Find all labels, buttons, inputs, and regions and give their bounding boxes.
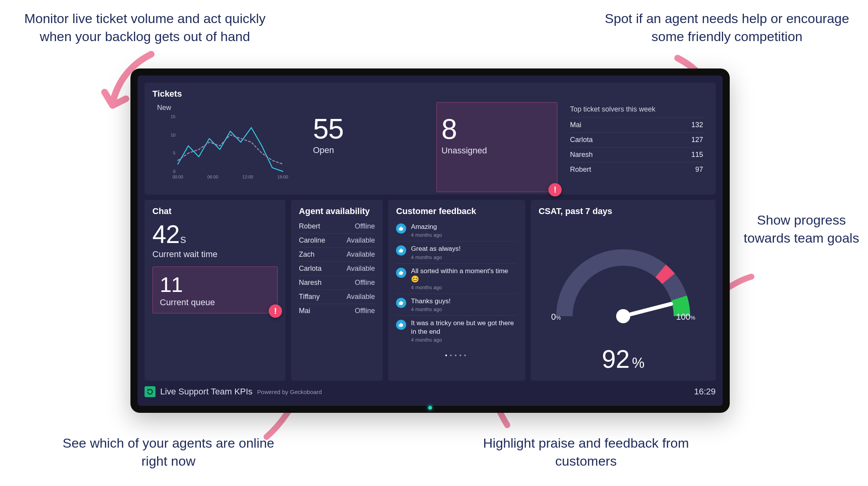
powered-by: Powered by Geckoboard <box>257 389 322 395</box>
svg-text:06:00: 06:00 <box>208 175 219 179</box>
agent-row[interactable]: TiffanyAvailable <box>299 290 375 304</box>
tickets-unassigned-value: 8 <box>441 115 552 143</box>
chat-queue-label: Current queue <box>160 297 270 308</box>
annotation-agents: Spot if an agent needs help or encourage… <box>602 10 852 46</box>
stage: Monitor live ticket volume and act quick… <box>0 0 868 486</box>
thumbs-up-icon <box>396 268 406 278</box>
thumbs-up-icon <box>396 245 406 256</box>
tickets-unassigned-cell[interactable]: 8 Unassigned ! <box>436 102 557 192</box>
dashboard-screen: Tickets New 05101500:0006:0012:0018:00 5… <box>137 76 723 406</box>
tickets-card[interactable]: Tickets New 05101500:0006:0012:0018:00 5… <box>145 83 716 194</box>
tickets-unassigned-label: Unassigned <box>441 146 552 156</box>
leaderboard-row[interactable]: Mai132 <box>570 117 703 132</box>
chat-wait-value: 42 <box>152 222 179 247</box>
svg-text:0: 0 <box>173 169 175 174</box>
agent-row[interactable]: NareshOffline <box>299 275 375 290</box>
tickets-title: Tickets <box>145 83 716 102</box>
svg-text:15: 15 <box>171 114 175 119</box>
agents-table: RobertOfflineCarolineAvailableZachAvaila… <box>291 220 383 324</box>
feedback-item[interactable]: Amazing4 months ago <box>396 220 517 241</box>
annotation-feedback: Highlight praise and feedback from custo… <box>476 434 696 470</box>
csat-scale: 0% 100% <box>551 312 695 322</box>
agents-title: Agent availability <box>291 200 383 220</box>
leaderboard-row[interactable]: Carlota127 <box>570 132 703 147</box>
feedback-item[interactable]: Thanks guys!4 months ago <box>396 293 517 315</box>
agent-row[interactable]: RobertOffline <box>299 220 375 233</box>
brand-logo-icon <box>145 386 156 397</box>
tickets-new-label: New <box>157 104 296 112</box>
tickets-open-value: 55 <box>313 115 424 143</box>
leaderboard-title: Top ticket solvers this week <box>570 105 703 113</box>
chat-queue-box[interactable]: 11 Current queue ! <box>152 266 278 313</box>
annotation-online: See which of your agents are online righ… <box>59 434 278 470</box>
agent-row[interactable]: MaiOffline <box>299 304 375 318</box>
tickets-new-chart: 05101500:0006:0012:0018:00 <box>157 114 296 181</box>
clock: 16:29 <box>694 387 716 397</box>
alert-icon: ! <box>548 183 562 196</box>
chat-queue-value: 11 <box>160 274 270 295</box>
agent-row[interactable]: CarolineAvailable <box>299 233 375 247</box>
svg-text:18:00: 18:00 <box>277 175 288 179</box>
svg-text:5: 5 <box>173 151 175 155</box>
chat-wait-unit: s <box>180 232 186 246</box>
tickets-open-label: Open <box>313 145 424 155</box>
pagination-dots[interactable]: ●●●●● <box>388 352 525 361</box>
csat-title: CSAT, past 7 days <box>531 200 620 220</box>
tickets-new-cell[interactable]: New 05101500:0006:0012:0018:00 <box>152 102 300 192</box>
thumbs-up-icon <box>396 223 406 234</box>
tickets-open-cell[interactable]: 55 Open <box>308 102 429 192</box>
dashboard-footer: Live Support Team KPIs Powered by Geckob… <box>145 383 716 400</box>
csat-value: 92% <box>602 345 644 374</box>
leaderboard-row[interactable]: Naresh115 <box>570 147 703 162</box>
feedback-item[interactable]: Great as always!4 months ago <box>396 241 517 263</box>
feedback-item[interactable]: It was a tricky one but we got there in … <box>396 315 517 346</box>
annotation-goals: Show progress towards team goals <box>739 211 864 247</box>
chat-wait-label: Current wait time <box>152 249 278 259</box>
chat-card[interactable]: Chat 42 s Current wait time 11 Current q… <box>145 200 286 381</box>
thumbs-up-icon <box>396 320 406 330</box>
svg-text:10: 10 <box>171 133 175 137</box>
chat-title: Chat <box>145 200 286 220</box>
svg-text:12:00: 12:00 <box>242 175 253 179</box>
feedback-item[interactable]: All sorted within a moment's time 😊4 mon… <box>396 263 517 294</box>
dashboard-name: Live Support Team KPIs <box>160 387 253 397</box>
agents-card[interactable]: Agent availability RobertOfflineCaroline… <box>291 200 383 381</box>
csat-card[interactable]: CSAT, past 7 days 0% 100% 92% <box>531 200 716 381</box>
feedback-card[interactable]: Customer feedback Amazing4 months ago Gr… <box>388 200 525 381</box>
leaderboard-list: Mai132Carlota127Naresh115Robert97 <box>570 117 703 177</box>
agent-row[interactable]: CarlotaAvailable <box>299 261 375 275</box>
feedback-list: Amazing4 months ago Great as always!4 mo… <box>388 220 525 352</box>
annotation-backlog: Monitor live ticket volume and act quick… <box>20 10 270 46</box>
svg-text:00:00: 00:00 <box>172 175 183 179</box>
thumbs-up-icon <box>396 298 406 308</box>
alert-icon: ! <box>269 304 282 318</box>
agent-row[interactable]: ZachAvailable <box>299 247 375 261</box>
leaderboard-cell[interactable]: Top ticket solvers this week Mai132Carlo… <box>565 102 708 192</box>
feedback-title: Customer feedback <box>388 200 525 220</box>
leaderboard-row[interactable]: Robert97 <box>570 162 703 177</box>
tv-frame: Tickets New 05101500:0006:0012:0018:00 5… <box>130 68 730 413</box>
